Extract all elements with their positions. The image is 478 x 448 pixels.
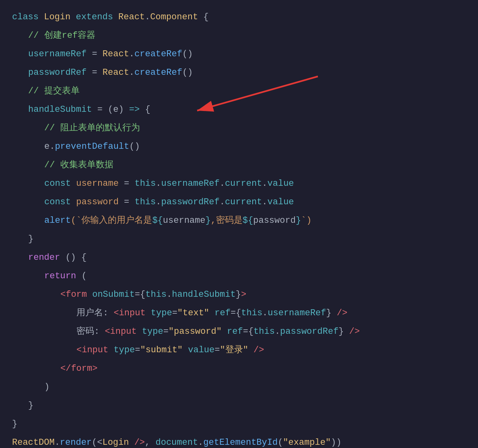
token: "登录" <box>220 341 253 360</box>
token: ref <box>227 323 243 341</box>
token: . <box>49 138 55 156</box>
token: current <box>225 175 262 193</box>
token: . <box>220 193 225 212</box>
token: . <box>198 434 203 448</box>
code-line-18: 密码: <input type="password" ref={this.pas… <box>12 323 466 341</box>
token: handleSubmit <box>172 286 235 304</box>
token: ref <box>214 304 231 323</box>
token: = <box>214 341 220 360</box>
token: (`你输入的用户名是 <box>71 212 152 230</box>
token: /> <box>349 323 360 341</box>
code-line-16: <form onSubmit={this.handleSubmit}> <box>12 286 466 304</box>
token: Login <box>102 434 134 448</box>
token: /> <box>337 304 347 323</box>
token: < <box>113 304 119 323</box>
code-line-21: ) <box>12 378 466 397</box>
token: // 创建ref容器 <box>28 27 95 45</box>
token: this <box>134 193 156 212</box>
token: current <box>225 193 262 212</box>
token: } <box>205 212 210 230</box>
token: "password" <box>169 323 227 341</box>
token: preventDefault <box>55 138 129 156</box>
token: value <box>268 175 294 193</box>
token: `) <box>301 212 311 230</box>
token: . <box>129 45 134 64</box>
code-line-24: ReactDOM.render(<Login />, document.getE… <box>12 434 466 448</box>
token: this <box>253 323 275 341</box>
token: ={ <box>135 286 145 304</box>
token: // 收集表单数据 <box>44 156 113 175</box>
token: type <box>113 341 135 360</box>
token: } <box>236 286 241 304</box>
token: value <box>268 193 294 212</box>
token: ,密码是 <box>211 212 243 230</box>
token: } <box>12 415 17 434</box>
code-editor: class Login extends React.Component { //… <box>0 0 478 448</box>
token: /> <box>253 341 264 360</box>
token: . <box>167 286 172 304</box>
token: usernameRef <box>28 45 92 64</box>
code-line-2: // 创建ref容器 <box>12 27 466 45</box>
code-line-12: alert(`你输入的用户名是${username},密码是${password… <box>12 212 466 230</box>
token: this <box>134 175 156 193</box>
token: type <box>151 304 172 323</box>
token: ${ <box>152 212 163 230</box>
token: => <box>129 101 145 119</box>
token: > <box>241 286 246 304</box>
code-line-20: </form> <box>12 360 466 378</box>
token: (< <box>92 434 102 448</box>
token: . <box>156 193 161 212</box>
token: input <box>119 304 151 323</box>
token: React <box>118 8 145 27</box>
token: return <box>44 267 81 286</box>
token: 密码: <box>76 323 105 341</box>
token: onSubmit <box>92 286 135 304</box>
token: render <box>60 434 92 448</box>
token: = <box>163 323 169 341</box>
token: const <box>44 175 76 193</box>
token: } <box>28 230 33 249</box>
token: "submit" <box>140 341 188 360</box>
token: ReactDOM <box>12 434 55 448</box>
code-line-19: <input type="submit" value="登录" /> <box>12 341 466 360</box>
token: } <box>296 212 301 230</box>
token: = <box>92 64 102 82</box>
token: } <box>338 323 349 341</box>
token: < <box>76 341 82 360</box>
token: password <box>76 193 124 212</box>
token: . <box>275 323 280 341</box>
token: ) <box>44 378 49 397</box>
token: . <box>55 434 60 448</box>
token: value <box>188 341 214 360</box>
token: () <box>65 249 81 267</box>
token: . <box>262 175 267 193</box>
token: (e) <box>108 101 129 119</box>
token: Login <box>44 8 76 27</box>
code-line-15: return ( <box>12 267 466 286</box>
token: e <box>44 138 49 156</box>
token: this <box>241 304 262 323</box>
code-line-10: const username = this.usernameRef.curren… <box>12 175 466 193</box>
code-line-8: e.preventDefault() <box>12 138 466 156</box>
token: React <box>103 45 129 64</box>
token: ( <box>278 434 283 448</box>
token: = <box>97 101 108 119</box>
token: < <box>105 323 110 341</box>
token: ( <box>81 267 87 286</box>
token: . <box>145 8 150 27</box>
token: username <box>76 175 124 193</box>
token: { <box>145 101 150 119</box>
token: render <box>28 249 65 267</box>
token: . <box>220 175 225 193</box>
token: this <box>145 286 167 304</box>
token: () <box>182 45 193 64</box>
token: = <box>92 45 102 64</box>
token: ${ <box>243 212 253 230</box>
token: . <box>129 64 134 82</box>
code-line-11: const password = this.passwordRef.curren… <box>12 193 466 212</box>
token: { <box>81 249 87 267</box>
token: /> <box>134 434 145 448</box>
code-line-5: // 提交表单 <box>12 82 466 101</box>
code-line-4: passwordRef = React.createRef() <box>12 64 466 82</box>
token: = <box>172 304 177 323</box>
